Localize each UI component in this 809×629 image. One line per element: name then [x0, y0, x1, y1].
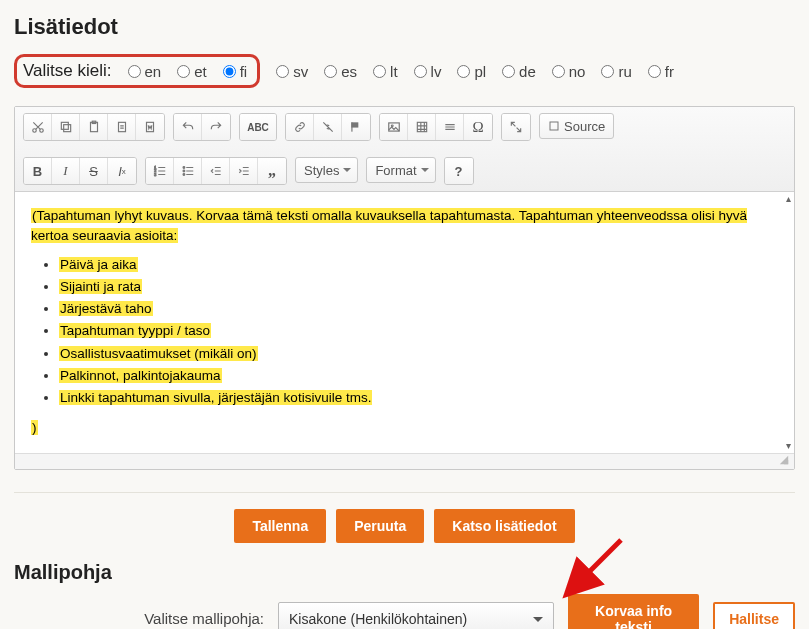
save-button[interactable]: Tallenna: [234, 509, 326, 543]
format-dropdown[interactable]: Format: [366, 157, 435, 183]
template-heading: Mallipohja: [14, 561, 795, 584]
lang-option-pl[interactable]: pl: [457, 63, 486, 80]
paste-text-icon[interactable]: [108, 114, 136, 140]
svg-rect-3: [61, 122, 68, 129]
copy-icon[interactable]: [52, 114, 80, 140]
scroll-down-icon[interactable]: ▾: [783, 441, 793, 451]
lang-option-no[interactable]: no: [552, 63, 586, 80]
template-row: Valitse mallipohja: Kisakone (Henkilökoh…: [14, 594, 795, 630]
lang-option-lt[interactable]: lt: [373, 63, 398, 80]
resize-handle[interactable]: [15, 453, 794, 469]
bullet-list-icon[interactable]: [174, 158, 202, 184]
source-button[interactable]: Source: [539, 113, 614, 139]
indent-icon[interactable]: [230, 158, 258, 184]
preview-button[interactable]: Katso lisätiedot: [434, 509, 574, 543]
svg-text:3: 3: [154, 173, 156, 177]
editor-intro-text: (Tapahtuman lyhyt kuvaus. Korvaa tämä te…: [31, 208, 747, 243]
table-icon[interactable]: [408, 114, 436, 140]
specialchar-icon[interactable]: Ω: [464, 114, 492, 140]
svg-rect-6: [118, 122, 125, 131]
strike-icon[interactable]: S: [80, 158, 108, 184]
remove-format-icon[interactable]: Ix: [108, 158, 136, 184]
blockquote-icon[interactable]: „: [258, 158, 286, 184]
lang-option-en[interactable]: en: [128, 63, 162, 80]
anchor-icon[interactable]: [342, 114, 370, 140]
link-icon[interactable]: [286, 114, 314, 140]
language-highlight-box: Valitse kieli: en et fi: [14, 54, 260, 88]
svg-point-17: [183, 167, 185, 169]
paste-word-icon[interactable]: [136, 114, 164, 140]
lang-option-ru[interactable]: ru: [601, 63, 631, 80]
lang-option-lv[interactable]: lv: [414, 63, 442, 80]
template-select-label: Valitse mallipohja:: [14, 610, 264, 627]
rich-text-editor: ABC Ω Source B I S Ix 123: [14, 106, 795, 470]
svg-rect-13: [550, 122, 558, 130]
numbered-list-icon[interactable]: 123: [146, 158, 174, 184]
svg-rect-9: [351, 122, 352, 131]
lang-option-de[interactable]: de: [502, 63, 536, 80]
image-icon[interactable]: [380, 114, 408, 140]
hr-icon[interactable]: [436, 114, 464, 140]
spellcheck-icon[interactable]: ABC: [240, 114, 276, 140]
lang-option-et[interactable]: et: [177, 63, 207, 80]
unlink-icon[interactable]: [314, 114, 342, 140]
editor-close-paren: ): [31, 420, 38, 435]
svg-point-19: [183, 174, 185, 176]
action-buttons: Tallenna Peruuta Katso lisätiedot: [14, 509, 795, 543]
language-label: Valitse kieli:: [23, 61, 112, 81]
divider: [14, 492, 795, 493]
scroll-up-icon[interactable]: ▴: [783, 194, 793, 204]
language-selector: Valitse kieli: en et fi sv es lt lv pl d…: [14, 54, 795, 88]
editor-content-area[interactable]: ▴ (Tapahtuman lyhyt kuvaus. Korvaa tämä …: [15, 192, 794, 453]
replace-info-button[interactable]: Korvaa info teksti: [568, 594, 699, 630]
undo-icon[interactable]: [174, 114, 202, 140]
section-heading: Lisätiedot: [14, 14, 795, 40]
manage-button[interactable]: Hallitse: [713, 602, 795, 630]
bold-icon[interactable]: B: [24, 158, 52, 184]
redo-icon[interactable]: [202, 114, 230, 140]
paste-icon[interactable]: [80, 114, 108, 140]
cancel-button[interactable]: Peruuta: [336, 509, 424, 543]
lang-option-fi[interactable]: fi: [223, 63, 248, 80]
svg-rect-12: [417, 122, 426, 131]
svg-rect-2: [63, 125, 70, 132]
cut-icon[interactable]: [24, 114, 52, 140]
lang-option-fr[interactable]: fr: [648, 63, 674, 80]
lang-option-es[interactable]: es: [324, 63, 357, 80]
editor-bullet-list: Päivä ja aika Sijainti ja rata Järjestäv…: [31, 255, 778, 409]
svg-point-18: [183, 170, 185, 172]
outdent-icon[interactable]: [202, 158, 230, 184]
help-icon[interactable]: ?: [445, 158, 473, 184]
maximize-icon[interactable]: [502, 114, 530, 140]
lang-option-sv[interactable]: sv: [276, 63, 308, 80]
template-select[interactable]: Kisakone (Henkilökohtainen): [278, 602, 554, 630]
editor-toolbar: ABC Ω Source B I S Ix 123: [15, 107, 794, 192]
italic-icon[interactable]: I: [52, 158, 80, 184]
styles-dropdown[interactable]: Styles: [295, 157, 358, 183]
